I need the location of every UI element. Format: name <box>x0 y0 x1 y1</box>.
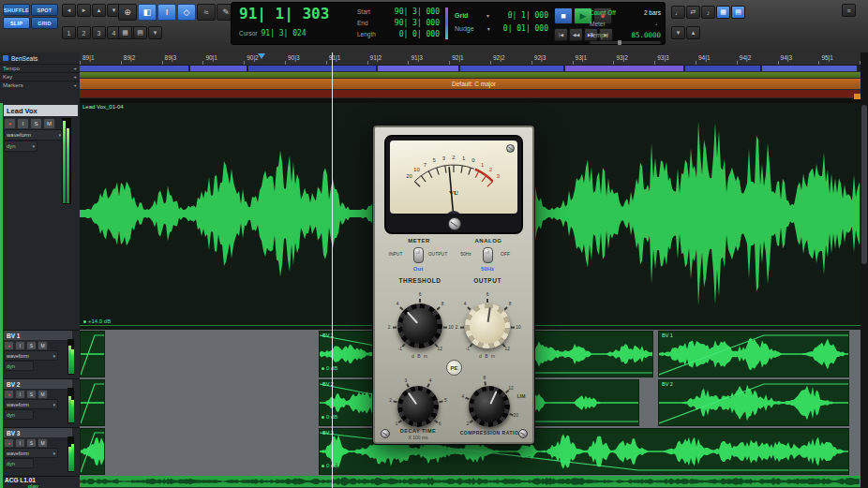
track-header-leadvox[interactable]: Lead Vox ● I S M waveform ▾ dyn ▾ <box>0 103 80 331</box>
lane-markers[interactable]: Markers + <box>0 81 80 89</box>
record-enable-button[interactable]: ● <box>4 118 16 129</box>
zoom-preset-1[interactable]: 1 <box>62 26 76 39</box>
dropdown-icon[interactable]: ▾ <box>148 26 162 39</box>
track-header-bv2[interactable]: BV 2 ● I S M waveform ▾ dyn <box>0 378 80 428</box>
output-meter-b-icon[interactable]: ▤ <box>731 6 745 19</box>
return-to-start-button[interactable]: |◀ <box>554 28 568 41</box>
record-enable-button[interactable]: ● <box>4 390 14 399</box>
end-value[interactable]: 90| 3| 000 <box>395 19 440 27</box>
count-off-value[interactable]: 2 bars <box>644 9 661 16</box>
midi-merge-icon[interactable]: ⇄ <box>686 6 700 19</box>
timeline-ruler[interactable]: 89|189|289|390|190|290|391|191|291|392|1… <box>80 52 868 103</box>
marker-segment[interactable] <box>248 66 376 71</box>
automation-mode-selector[interactable]: dyn ▾ <box>4 140 37 152</box>
post-roll-icon[interactable]: ▴ <box>686 26 700 39</box>
input-monitor-button[interactable]: I <box>15 390 25 399</box>
mode-shuffle-button[interactable]: SHUFFLE <box>3 4 30 16</box>
main-counter[interactable]: 91| 1| 303 <box>239 5 329 22</box>
lane-key[interactable]: Key + <box>0 72 80 81</box>
stop-button[interactable]: ■ <box>554 7 573 24</box>
rewind-button[interactable]: ◀◀ <box>569 28 583 41</box>
mute-button[interactable]: M <box>37 341 48 350</box>
timeline-end-marker[interactable] <box>854 94 861 99</box>
audio-clip[interactable]: BV 2 <box>658 379 849 426</box>
meter-toggle-switch[interactable] <box>413 247 424 263</box>
nudge-label[interactable]: Nudge <box>455 25 474 32</box>
track-name[interactable]: BV 2 <box>4 379 72 389</box>
track-name[interactable]: BV 3 <box>4 428 72 437</box>
mute-button[interactable]: M <box>37 390 48 399</box>
selector-tool-icon[interactable]: I <box>157 4 176 21</box>
track-view-selector[interactable]: waveform ▾ <box>4 448 58 458</box>
zoom-preset-3[interactable]: 3 <box>92 26 106 39</box>
trim-tool-icon[interactable]: ◧ <box>138 4 157 21</box>
playlist-status[interactable]: play <box>28 483 38 488</box>
marker-segment[interactable] <box>378 66 458 71</box>
lane-tempo[interactable]: Tempo + <box>0 64 80 72</box>
conductor-icon[interactable]: ♪ <box>701 6 715 19</box>
audio-clip[interactable]: BV 1 <box>658 331 849 377</box>
pre-roll-icon[interactable]: ▾ <box>671 26 685 39</box>
toolbar-menu-icon[interactable]: ≡ <box>842 4 856 17</box>
marker-segment[interactable] <box>762 66 857 71</box>
analog-readout[interactable]: 50Hz <box>471 266 504 272</box>
analog-toggle-switch[interactable] <box>483 247 493 263</box>
marker-segment[interactable] <box>80 66 188 71</box>
tempo-label[interactable]: Tempo <box>590 32 608 38</box>
nudge-dropdown-icon[interactable]: ▾ <box>487 25 490 32</box>
lane-key-add-icon[interactable]: + <box>73 74 77 80</box>
track-header-acg[interactable]: ACG L1.01 play <box>0 476 80 488</box>
meter-label[interactable]: Meter <box>590 21 606 27</box>
marker-segment[interactable] <box>685 66 760 71</box>
volume-breakpoint[interactable]: 0 dB <box>322 463 337 468</box>
link-timeline-icon[interactable]: ◂ <box>62 4 76 17</box>
track-name[interactable]: Lead Vox <box>4 105 78 116</box>
marker-segment[interactable] <box>190 66 247 71</box>
grid-dropdown-icon[interactable]: ▾ <box>486 12 489 19</box>
solo-button[interactable]: S <box>26 341 37 350</box>
vertical-scrollbar[interactable] <box>861 52 868 488</box>
length-value[interactable]: 0| 0| 000 <box>399 30 440 38</box>
audio-clip[interactable] <box>80 428 105 475</box>
zoom-preset-2[interactable]: 2 <box>77 26 91 39</box>
metronome-icon[interactable]: ♩ <box>671 6 685 19</box>
grid-a-icon[interactable]: ▦ <box>118 26 132 39</box>
input-monitor-button[interactable]: I <box>15 438 25 448</box>
volume-breakpoint[interactable]: 0 dB <box>322 414 337 420</box>
solo-button[interactable]: S <box>26 390 37 399</box>
mode-grid-button[interactable]: GRID <box>31 17 58 29</box>
mute-button[interactable]: M <box>37 438 48 448</box>
output-meter-a-icon[interactable]: ▦ <box>716 6 730 19</box>
marker-segment[interactable] <box>460 66 563 71</box>
volume-breakpoint[interactable]: 0 dB <box>322 365 337 371</box>
lane-markers-add-icon[interactable]: + <box>73 82 77 88</box>
tempo-value[interactable]: 85.0000 <box>631 31 661 39</box>
key-signature-strip[interactable]: Default: C major <box>80 79 868 89</box>
zoom-vertical-icon[interactable]: ▴ <box>92 4 106 17</box>
mode-spot-button[interactable]: SPOT <box>31 4 58 16</box>
grid-value[interactable]: 0| 1| 000 <box>508 11 548 20</box>
count-off-label[interactable]: Count Off <box>590 9 616 16</box>
session-group-label[interactable]: BenSeats <box>11 55 37 62</box>
bars-beats-ruler[interactable]: 89|189|289|390|190|290|391|191|291|392|1… <box>80 52 868 66</box>
grid-b-icon[interactable]: ▤ <box>133 26 147 39</box>
track-view-selector[interactable]: waveform ▾ <box>4 399 58 409</box>
solo-button[interactable]: S <box>26 438 37 448</box>
marker-segment[interactable] <box>565 66 683 71</box>
mute-button[interactable]: M <box>43 118 55 129</box>
compressor-plugin-window[interactable]: 2010753210123VU METER ANALOG INPUT OUTPU… <box>373 126 534 444</box>
tempo-strip[interactable] <box>80 72 868 78</box>
input-monitor-button[interactable]: I <box>17 118 29 129</box>
audio-clip[interactable] <box>80 476 861 487</box>
track-header-bv3[interactable]: BV 3 ● I S M waveform ▾ dyn <box>0 427 80 477</box>
record-enable-button[interactable]: ● <box>4 438 14 448</box>
start-value[interactable]: 90| 3| 000 <box>395 7 440 16</box>
lane-acg[interactable] <box>80 476 861 488</box>
chord-strip[interactable] <box>80 90 868 97</box>
solo-button[interactable]: S <box>30 118 42 129</box>
mode-slip-button[interactable]: SLIP <box>3 17 30 29</box>
tempo-slider[interactable] <box>590 41 661 44</box>
automation-mode-selector[interactable]: dyn <box>4 458 34 468</box>
scrubber-tool-icon[interactable]: ≈ <box>197 4 216 21</box>
track-name[interactable]: BV 1 <box>4 331 72 340</box>
